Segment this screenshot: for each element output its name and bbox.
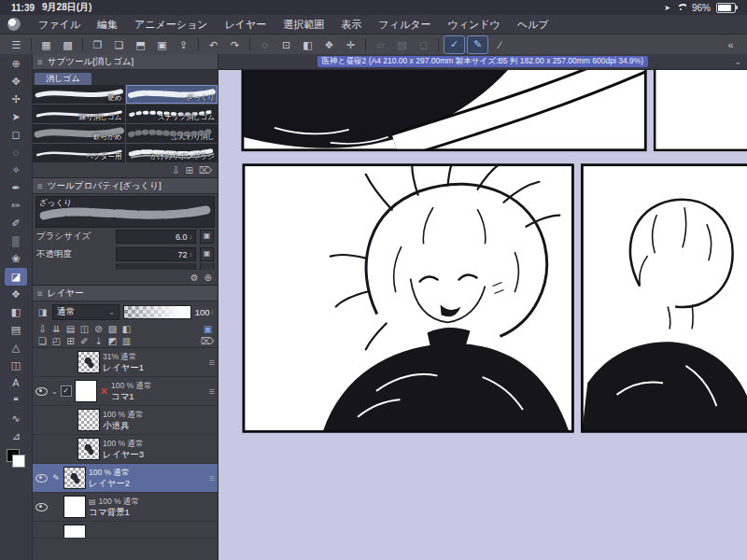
duplicate-icon[interactable]: ❐ [88, 36, 107, 53]
transform-icon[interactable]: ⊡ [276, 36, 296, 53]
correction-tool[interactable]: ∿ [5, 410, 27, 427]
menu-filter[interactable]: フィルター [370, 18, 439, 32]
collapse-toolbar-icon[interactable]: « [721, 36, 740, 53]
text-tool[interactable]: A [5, 374, 27, 392]
undo-icon[interactable]: ↶ [204, 36, 223, 53]
snap-pen-icon[interactable]: ✎ [467, 35, 488, 54]
visibility-toggle[interactable] [35, 503, 49, 511]
transfer-icon[interactable]: ⇩ [36, 324, 49, 334]
layer-thumbnail[interactable] [78, 438, 100, 460]
combine-icon[interactable]: ⇊ [50, 324, 63, 334]
crop-icon[interactable]: ✛ [341, 36, 360, 53]
layer-opacity-value[interactable]: 100↕ [195, 307, 214, 317]
brush-rough[interactable]: ざっくり [126, 85, 218, 104]
fill-select-icon[interactable]: ◧ [298, 36, 317, 53]
tool-property-header[interactable]: ≡ ツールプロパティ[ざっくり] [33, 178, 218, 194]
brush-size-slider[interactable]: 6.0 ↕ [116, 230, 196, 244]
delete-layer-icon[interactable]: ⌦ [201, 336, 214, 346]
menu-selection[interactable]: 選択範囲 [275, 18, 332, 32]
brush-snap[interactable]: スナップ消しゴム [126, 105, 218, 123]
workspace-icon[interactable]: ▦ [36, 36, 56, 53]
deselect-icon[interactable]: ◌ [255, 36, 275, 53]
layer-thumbnail[interactable] [75, 380, 97, 402]
layer-row-koma1[interactable]: ⌄ ✓ ✕ 100 % 通常 コマ1 ≡ [33, 377, 218, 406]
lasso-tool[interactable]: ◌ [5, 144, 27, 161]
eraser-tool[interactable]: ◪ [5, 268, 27, 286]
menu-view[interactable]: 表示 [332, 18, 370, 32]
brush-ribbon[interactable]: かけのリボンブラシ [126, 144, 218, 162]
layer-thumbnail[interactable] [63, 467, 86, 489]
material-icon[interactable]: ❖ [319, 36, 339, 53]
blend-mode-select[interactable]: 通常 ⌄ [52, 304, 120, 320]
layer-name[interactable]: 小道具 [103, 420, 143, 430]
brush-size-settings-icon[interactable]: ▣ [200, 230, 214, 244]
panel-handle-icon[interactable]: ≡ [37, 57, 43, 67]
screen-grid-icon[interactable]: ▩ [58, 36, 78, 53]
layer-thumbnail[interactable] [63, 525, 86, 539]
balloon-tool[interactable]: ❝ [5, 392, 27, 410]
mask-icon[interactable]: ◫ [78, 324, 91, 334]
folder-expand-icon[interactable]: ⌄ [51, 387, 58, 396]
layer-thumbnail[interactable] [63, 496, 86, 518]
blend-tool[interactable]: ❖ [5, 286, 27, 303]
layer-row-clipped[interactable] [33, 522, 218, 539]
draft-layer-icon[interactable]: ✐ [78, 336, 91, 346]
brush-hard[interactable]: 硬め [33, 85, 125, 104]
new-folder-icon[interactable]: ⊞ [64, 336, 77, 346]
layer-row-layer3[interactable]: 100 % 通常 レイヤー3 [33, 435, 218, 464]
import-subtool-icon[interactable]: ⇩ [172, 165, 179, 175]
share-icon[interactable]: ⇪ [174, 36, 193, 53]
snap-check-icon[interactable]: ✓ [444, 35, 465, 54]
selection-tool[interactable]: ◻ [5, 126, 27, 144]
menu-icon[interactable]: ☰ [7, 36, 26, 53]
layer-thumbnail[interactable] [78, 409, 100, 431]
canvas-chevron-icon[interactable]: ⌄ [734, 57, 741, 66]
property-zoom-icon[interactable]: ⊕ [204, 273, 212, 283]
menu-window[interactable]: ウィンドウ [439, 18, 508, 32]
scan-icon[interactable]: ▣ [152, 36, 172, 53]
color-swatches[interactable] [7, 449, 25, 468]
layer-drag-handle[interactable]: ≡ [209, 357, 215, 368]
lock-alpha-icon[interactable]: ▨ [106, 324, 119, 334]
menu-edit[interactable]: 編集 [89, 18, 126, 32]
layer-row-layer2-selected[interactable]: ✎ 100 % 通常 レイヤー2 ≡ [33, 464, 218, 493]
layer-thumbnail[interactable] [78, 351, 100, 373]
layer-color-icon[interactable]: ▣ [202, 324, 214, 334]
brush-kneaded[interactable]: 練り消しゴム [33, 105, 125, 123]
subtool-panel-header[interactable]: ≡ サブツール[消しゴム] [33, 54, 218, 70]
operation-tool[interactable]: ➤ [5, 108, 27, 126]
menu-help[interactable]: ヘルプ [509, 18, 557, 32]
ruler-tool[interactable]: ⊿ [5, 427, 27, 445]
tab-eraser[interactable]: 消しゴム [35, 73, 92, 85]
layer-name[interactable]: レイヤー2 [89, 478, 130, 488]
brush-fluffy[interactable]: ふんわり消し [126, 124, 218, 143]
panel-handle-icon[interactable]: ≡ [37, 288, 43, 299]
layer-drag-handle[interactable]: ≡ [209, 472, 215, 483]
redo-icon[interactable]: ↷ [225, 36, 245, 53]
hand-tool[interactable]: ✥ [5, 73, 27, 91]
layer-row-props[interactable]: 100 % 通常 小道具 [33, 406, 218, 435]
photo-import-icon[interactable]: ⬒ [131, 36, 150, 53]
layer-row-frame-bg[interactable]: ▤ 100 % 通常 コマ背景1 [33, 493, 218, 522]
zoom-tool[interactable]: ⊕ [5, 55, 27, 73]
new-raster-layer-icon[interactable]: ❏ [36, 336, 49, 346]
new-vector-layer-icon[interactable]: ◰ [50, 336, 63, 346]
line-correct-icon[interactable]: ∕ [490, 36, 510, 53]
menu-layer[interactable]: レイヤー [217, 18, 275, 32]
clipped-slider[interactable] [116, 263, 196, 270]
sub-color-swatch[interactable] [12, 455, 25, 468]
canvas-title-bar[interactable]: 医神と昼寝2 (A4 210.00 x 297.00mm 製本サイズ:B5 判 … [218, 54, 747, 70]
gradient-tool[interactable]: ▤ [5, 321, 27, 339]
pen-tool[interactable]: ✒ [5, 179, 27, 197]
decoration-tool[interactable]: ❀ [5, 250, 27, 268]
visibility-toggle[interactable] [35, 474, 49, 483]
layer-name[interactable]: レイヤー3 [103, 449, 144, 459]
layer-opacity-slider[interactable] [123, 305, 191, 319]
layer-drag-handle[interactable]: ≡ [209, 385, 215, 397]
pencil-tool[interactable]: ✏ [5, 197, 27, 215]
panel-handle-icon[interactable]: ≡ [37, 181, 43, 191]
clip-studio-logo[interactable] [7, 18, 21, 31]
move-tool[interactable]: ✢ [5, 91, 27, 108]
menu-file[interactable]: ファイル [30, 18, 89, 32]
layer-name[interactable]: レイヤー1 [103, 362, 144, 372]
